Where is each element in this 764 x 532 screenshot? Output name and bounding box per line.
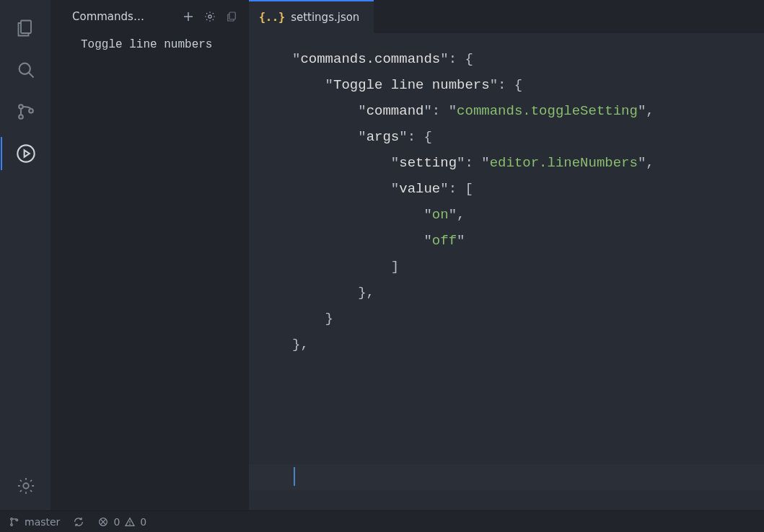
svg-point-1 [19, 63, 30, 74]
tab-bar: {..} settings.json [249, 0, 764, 33]
tab-settings-json[interactable]: {..} settings.json [249, 0, 374, 33]
editor-current-line[interactable] [249, 464, 764, 490]
status-bar: master 0 0 [0, 510, 764, 532]
run-icon[interactable] [1, 133, 51, 174]
svg-rect-11 [229, 12, 235, 19]
svg-point-13 [11, 523, 13, 526]
command-item[interactable]: Toggle line numbers [51, 33, 249, 56]
svg-point-4 [19, 115, 23, 119]
editor-body[interactable]: "commands.commands": { "Toggle line numb… [249, 33, 764, 464]
editor-area: {..} settings.json "commands.commands": … [249, 0, 764, 510]
svg-point-3 [19, 105, 23, 109]
problems-status[interactable]: 0 0 [97, 516, 146, 528]
svg-point-7 [23, 483, 28, 488]
svg-point-6 [17, 145, 34, 161]
svg-point-10 [208, 15, 211, 18]
sync-status[interactable] [73, 516, 84, 528]
panel-header: Commands… [51, 0, 249, 33]
command-item-label: Toggle line numbers [81, 38, 212, 51]
error-count: 0 [113, 516, 120, 528]
search-icon[interactable] [1, 49, 51, 91]
commands-panel: Commands… Toggle line numbers [51, 0, 249, 510]
svg-point-5 [29, 109, 33, 113]
source-control-icon[interactable] [1, 91, 51, 133]
svg-line-2 [29, 73, 33, 77]
tab-filename: settings.json [291, 11, 359, 24]
svg-rect-0 [21, 21, 31, 34]
json-file-icon: {..} [259, 11, 285, 24]
settings-gear-icon[interactable] [1, 469, 51, 510]
gear-icon[interactable] [201, 8, 219, 25]
explorer-icon[interactable] [1, 7, 51, 49]
warning-count: 0 [140, 516, 146, 528]
add-icon[interactable] [180, 8, 197, 25]
activity-bar [0, 0, 51, 510]
svg-point-19 [130, 524, 131, 525]
git-branch-status[interactable]: master [9, 516, 60, 528]
copy-icon[interactable] [223, 8, 240, 25]
branch-name: master [25, 516, 60, 528]
panel-title: Commands… [72, 10, 175, 23]
text-cursor [294, 467, 295, 486]
svg-point-12 [11, 518, 13, 520]
